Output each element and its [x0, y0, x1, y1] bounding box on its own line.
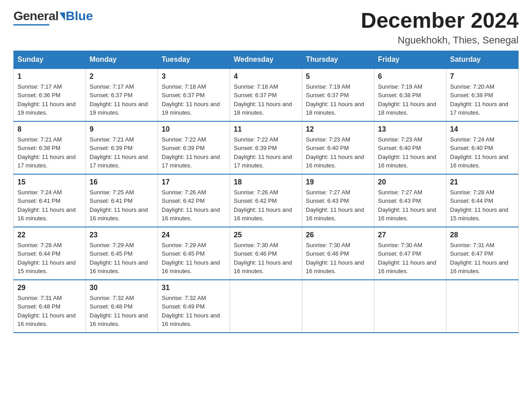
day-info: Sunrise: 7:26 AMSunset: 6:42 PMDaylight:… [234, 189, 292, 222]
calendar-day-21: 21 Sunrise: 7:28 AMSunset: 6:44 PMDaylig… [446, 174, 519, 227]
logo: General Blue [13, 9, 93, 26]
calendar-day-19: 19 Sunrise: 7:27 AMSunset: 6:43 PMDaylig… [302, 174, 374, 227]
day-number: 29 [17, 284, 82, 292]
calendar-day-11: 11 Sunrise: 7:22 AMSunset: 6:39 PMDaylig… [230, 121, 302, 174]
day-info: Sunrise: 7:27 AMSunset: 6:43 PMDaylight:… [306, 189, 364, 222]
calendar-day-7: 7 Sunrise: 7:20 AMSunset: 6:38 PMDayligh… [446, 68, 519, 121]
day-info: Sunrise: 7:28 AMSunset: 6:44 PMDaylight:… [17, 242, 76, 275]
day-number: 12 [306, 125, 370, 133]
calendar-week-3: 15 Sunrise: 7:24 AMSunset: 6:41 PMDaylig… [14, 174, 519, 227]
calendar-week-5: 29 Sunrise: 7:31 AMSunset: 6:48 PMDaylig… [14, 280, 519, 333]
day-info: Sunrise: 7:18 AMSunset: 6:37 PMDaylight:… [234, 83, 292, 116]
empty-cell [374, 280, 446, 333]
day-number: 4 [234, 73, 298, 81]
calendar-day-15: 15 Sunrise: 7:24 AMSunset: 6:41 PMDaylig… [14, 174, 86, 227]
day-header-saturday: Saturday [446, 51, 519, 68]
empty-cell [302, 280, 374, 333]
day-info: Sunrise: 7:20 AMSunset: 6:38 PMDaylight:… [450, 83, 508, 116]
calendar-day-22: 22 Sunrise: 7:28 AMSunset: 6:44 PMDaylig… [14, 227, 86, 280]
day-info: Sunrise: 7:19 AMSunset: 6:37 PMDaylight:… [306, 83, 364, 116]
day-number: 30 [90, 284, 154, 292]
calendar-day-4: 4 Sunrise: 7:18 AMSunset: 6:37 PMDayligh… [230, 68, 302, 121]
day-info: Sunrise: 7:23 AMSunset: 6:40 PMDaylight:… [306, 136, 364, 169]
calendar-day-28: 28 Sunrise: 7:31 AMSunset: 6:47 PMDaylig… [446, 227, 519, 280]
logo-general-text: General [13, 9, 59, 23]
day-info: Sunrise: 7:28 AMSunset: 6:44 PMDaylight:… [450, 189, 508, 222]
day-number: 21 [450, 178, 515, 186]
calendar-day-26: 26 Sunrise: 7:30 AMSunset: 6:46 PMDaylig… [302, 227, 374, 280]
day-number: 11 [234, 125, 298, 133]
calendar-day-8: 8 Sunrise: 7:21 AMSunset: 6:38 PMDayligh… [14, 121, 86, 174]
day-info: Sunrise: 7:30 AMSunset: 6:46 PMDaylight:… [234, 242, 292, 275]
day-info: Sunrise: 7:27 AMSunset: 6:43 PMDaylight:… [378, 189, 436, 222]
day-number: 10 [162, 125, 226, 133]
calendar-day-9: 9 Sunrise: 7:21 AMSunset: 6:39 PMDayligh… [86, 121, 158, 174]
title-section: December 2024 Nguekhokh, Thies, Senegal [361, 9, 519, 46]
day-info: Sunrise: 7:18 AMSunset: 6:37 PMDaylight:… [162, 83, 220, 116]
day-info: Sunrise: 7:24 AMSunset: 6:40 PMDaylight:… [450, 136, 508, 169]
page-header: General Blue December 2024 Nguekhokh, Th… [13, 9, 519, 46]
day-info: Sunrise: 7:30 AMSunset: 6:47 PMDaylight:… [378, 242, 436, 275]
day-header-sunday: Sunday [14, 51, 86, 68]
calendar-day-18: 18 Sunrise: 7:26 AMSunset: 6:42 PMDaylig… [230, 174, 302, 227]
day-number: 19 [306, 178, 370, 186]
calendar-week-2: 8 Sunrise: 7:21 AMSunset: 6:38 PMDayligh… [14, 121, 519, 174]
location-title: Nguekhokh, Thies, Senegal [361, 34, 519, 46]
empty-cell [446, 280, 519, 333]
calendar-day-16: 16 Sunrise: 7:25 AMSunset: 6:41 PMDaylig… [86, 174, 158, 227]
day-number: 22 [17, 231, 82, 239]
day-number: 27 [378, 231, 442, 239]
calendar-day-25: 25 Sunrise: 7:30 AMSunset: 6:46 PMDaylig… [230, 227, 302, 280]
day-info: Sunrise: 7:24 AMSunset: 6:41 PMDaylight:… [17, 189, 76, 222]
day-info: Sunrise: 7:21 AMSunset: 6:38 PMDaylight:… [17, 136, 76, 169]
logo-divider [13, 24, 49, 26]
calendar-day-14: 14 Sunrise: 7:24 AMSunset: 6:40 PMDaylig… [446, 121, 519, 174]
day-number: 3 [162, 73, 226, 81]
calendar-day-12: 12 Sunrise: 7:23 AMSunset: 6:40 PMDaylig… [302, 121, 374, 174]
day-info: Sunrise: 7:29 AMSunset: 6:45 PMDaylight:… [162, 242, 220, 275]
day-info: Sunrise: 7:32 AMSunset: 6:48 PMDaylight:… [90, 295, 148, 328]
day-number: 20 [378, 178, 442, 186]
day-number: 2 [90, 73, 154, 81]
calendar-day-27: 27 Sunrise: 7:30 AMSunset: 6:47 PMDaylig… [374, 227, 446, 280]
empty-cell [230, 280, 302, 333]
day-number: 9 [90, 125, 154, 133]
day-info: Sunrise: 7:17 AMSunset: 6:36 PMDaylight:… [17, 83, 76, 116]
day-number: 17 [162, 178, 226, 186]
day-number: 7 [450, 73, 515, 81]
day-number: 6 [378, 73, 442, 81]
day-number: 16 [90, 178, 154, 186]
day-header-tuesday: Tuesday [158, 51, 230, 68]
day-number: 23 [90, 231, 154, 239]
calendar-day-20: 20 Sunrise: 7:27 AMSunset: 6:43 PMDaylig… [374, 174, 446, 227]
day-number: 25 [234, 231, 298, 239]
day-info: Sunrise: 7:31 AMSunset: 6:48 PMDaylight:… [17, 295, 76, 328]
day-number: 15 [17, 178, 82, 186]
calendar-header-row: SundayMondayTuesdayWednesdayThursdayFrid… [14, 51, 519, 68]
calendar-day-17: 17 Sunrise: 7:26 AMSunset: 6:42 PMDaylig… [158, 174, 230, 227]
month-title: December 2024 [361, 9, 519, 33]
day-number: 1 [17, 73, 82, 81]
calendar-day-5: 5 Sunrise: 7:19 AMSunset: 6:37 PMDayligh… [302, 68, 374, 121]
day-header-thursday: Thursday [302, 51, 374, 68]
day-info: Sunrise: 7:17 AMSunset: 6:37 PMDaylight:… [90, 83, 148, 116]
day-info: Sunrise: 7:21 AMSunset: 6:39 PMDaylight:… [90, 136, 148, 169]
day-number: 18 [234, 178, 298, 186]
calendar-day-13: 13 Sunrise: 7:23 AMSunset: 6:40 PMDaylig… [374, 121, 446, 174]
calendar-week-4: 22 Sunrise: 7:28 AMSunset: 6:44 PMDaylig… [14, 227, 519, 280]
day-info: Sunrise: 7:23 AMSunset: 6:40 PMDaylight:… [378, 136, 436, 169]
calendar-day-2: 2 Sunrise: 7:17 AMSunset: 6:37 PMDayligh… [86, 68, 158, 121]
day-number: 8 [17, 125, 82, 133]
day-number: 24 [162, 231, 226, 239]
calendar-day-10: 10 Sunrise: 7:22 AMSunset: 6:39 PMDaylig… [158, 121, 230, 174]
calendar-day-29: 29 Sunrise: 7:31 AMSunset: 6:48 PMDaylig… [14, 280, 86, 333]
day-info: Sunrise: 7:26 AMSunset: 6:42 PMDaylight:… [162, 189, 220, 222]
day-info: Sunrise: 7:29 AMSunset: 6:45 PMDaylight:… [90, 242, 148, 275]
calendar-day-6: 6 Sunrise: 7:19 AMSunset: 6:38 PMDayligh… [374, 68, 446, 121]
calendar-day-31: 31 Sunrise: 7:32 AMSunset: 6:49 PMDaylig… [158, 280, 230, 333]
day-info: Sunrise: 7:25 AMSunset: 6:41 PMDaylight:… [90, 189, 148, 222]
day-info: Sunrise: 7:32 AMSunset: 6:49 PMDaylight:… [162, 295, 220, 328]
day-info: Sunrise: 7:31 AMSunset: 6:47 PMDaylight:… [450, 242, 508, 275]
calendar-day-3: 3 Sunrise: 7:18 AMSunset: 6:37 PMDayligh… [158, 68, 230, 121]
calendar-week-1: 1 Sunrise: 7:17 AMSunset: 6:36 PMDayligh… [14, 68, 519, 121]
